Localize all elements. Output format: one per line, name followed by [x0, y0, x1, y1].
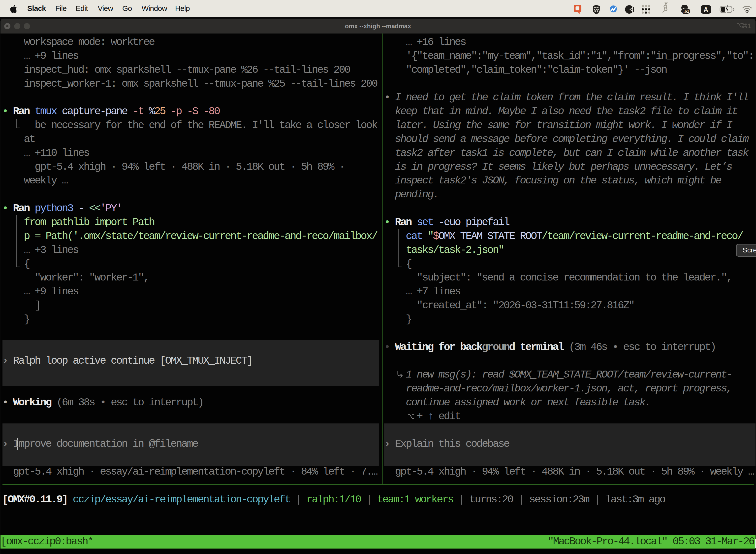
svg-text:..61: ..61 [682, 9, 689, 13]
svg-text:A: A [704, 6, 708, 13]
